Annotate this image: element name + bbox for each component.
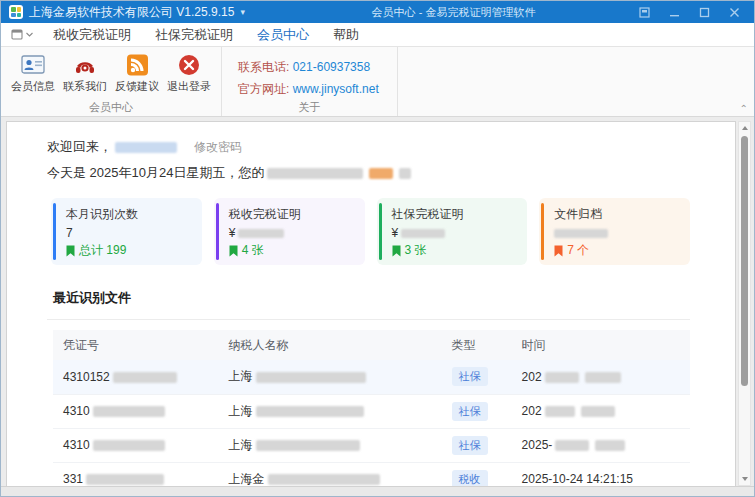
time-redacted	[555, 440, 589, 451]
type-badge: 社保	[452, 367, 488, 386]
menu-item-tax-certificate[interactable]: 税收完税证明	[41, 24, 143, 46]
menu-item-social-certificate[interactable]: 社保完税证明	[143, 24, 245, 46]
title-dropdown-icon[interactable]: ▾	[240, 7, 245, 17]
menu-item-help[interactable]: 帮助	[321, 24, 371, 46]
bookmark-icon	[554, 245, 563, 257]
menu-bar: 税收完税证明 社保完税证明 会员中心 帮助	[1, 23, 754, 47]
member-info-button[interactable]: 会员信息	[7, 51, 59, 94]
recent-files-table: 凭证号 纳税人名称 类型 时间 4310152 上海 社保 202 4310	[53, 330, 690, 486]
welcome-greeting: 欢迎回来，	[47, 138, 112, 156]
table-row[interactable]: 4310 上海 社保 202	[53, 394, 690, 428]
type-badge: 社保	[452, 402, 488, 421]
app-logo-icon	[9, 5, 23, 19]
column-header-taxpayer: 纳税人名称	[219, 330, 442, 360]
ribbon-collapse-icon[interactable]: ⌃	[740, 103, 748, 114]
account-info-redacted	[267, 168, 363, 179]
contact-us-button[interactable]: 联系我们	[59, 51, 111, 94]
currency-prefix: ¥	[392, 226, 399, 240]
card-social-certificates: 社保完税证明 ¥ 3 张	[377, 198, 528, 265]
feedback-button[interactable]: 反馈建议	[111, 51, 163, 94]
logout-button[interactable]: 退出登录	[163, 51, 215, 94]
ribbon-group-label-about: 关于	[222, 100, 397, 116]
scrollbar-thumb[interactable]	[741, 136, 748, 386]
account-highlight-redacted	[369, 168, 393, 179]
voucher-redacted	[86, 474, 164, 485]
ribbon-group-member-center: 会员信息 联系我们	[1, 47, 222, 116]
change-password-link[interactable]: 修改密码	[194, 139, 242, 156]
voucher-redacted	[113, 372, 177, 383]
archive-info-redacted	[554, 229, 608, 238]
card-monthly-recognitions: 本月识别次数 7 总计 199	[51, 198, 202, 265]
column-header-voucher: 凭证号	[53, 330, 219, 360]
logout-icon	[176, 53, 202, 77]
table-row[interactable]: 4310152 上海 社保 202	[53, 360, 690, 394]
ribbon-group-about: 联系电话: 021-60937358 官方网址: www.jinysoft.ne…	[222, 47, 398, 116]
bookmark-icon	[66, 245, 75, 257]
menu-item-member-center[interactable]: 会员中心	[245, 24, 321, 46]
card-archived-files: 文件归档 7 个	[539, 198, 690, 265]
account-tail-redacted	[399, 168, 411, 179]
phone-value: 021-60937358	[293, 60, 370, 74]
close-button[interactable]	[720, 2, 748, 22]
column-header-time: 时间	[512, 330, 690, 360]
type-badge: 社保	[452, 436, 488, 455]
window-title: 会员中心 - 金易完税证明管理软件	[309, 5, 598, 20]
time-redacted	[595, 440, 625, 451]
time-redacted	[545, 406, 575, 417]
app-menu-button[interactable]	[9, 29, 41, 41]
rss-feedback-icon	[124, 53, 150, 77]
scroll-down-arrow-icon[interactable]	[739, 473, 750, 485]
member-card-icon	[20, 53, 46, 77]
date-line: 今天是 2025年10月24日星期五，您的	[47, 164, 264, 182]
tax-amount-redacted	[238, 229, 284, 238]
stat-cards: 本月识别次数 7 总计 199 税收完税证明 ¥ 4 张	[51, 198, 690, 265]
bookmark-icon	[229, 245, 238, 257]
time-redacted	[585, 372, 621, 383]
minimize-button[interactable]	[660, 2, 688, 22]
website-link[interactable]: www.jinysoft.net	[293, 82, 379, 96]
name-redacted	[256, 372, 366, 383]
social-amount-redacted	[401, 229, 445, 238]
name-redacted	[268, 474, 380, 485]
phone-label: 联系电话:	[238, 60, 289, 74]
app-window: 上海金易软件技术有限公司 V1.25.9.15 ▾ 会员中心 - 金易完税证明管…	[0, 0, 755, 497]
maximize-button[interactable]	[690, 2, 718, 22]
column-header-type: 类型	[442, 330, 512, 360]
ribbon: 会员信息 联系我们	[1, 47, 754, 117]
username-redacted	[115, 142, 177, 153]
content-area: 欢迎回来， 修改密码 今天是 2025年10月24日星期五，您的 本月识别次数 …	[1, 117, 754, 486]
title-bar: 上海金易软件技术有限公司 V1.25.9.15 ▾ 会员中心 - 金易完税证明管…	[1, 1, 754, 23]
recent-files-title: 最近识别文件	[53, 289, 735, 307]
table-row[interactable]: 4310 上海 社保 2025-	[53, 428, 690, 462]
monthly-count: 7	[66, 226, 192, 240]
voucher-redacted	[93, 406, 165, 417]
skin-style-icon[interactable]	[630, 2, 658, 22]
type-badge: 税收	[452, 470, 488, 487]
member-center-panel: 欢迎回来， 修改密码 今天是 2025年10月24日星期五，您的 本月识别次数 …	[6, 121, 736, 486]
app-title: 上海金易软件技术有限公司 V1.25.9.15	[29, 4, 234, 21]
bookmark-icon	[392, 245, 401, 257]
vertical-scrollbar[interactable]	[738, 121, 751, 486]
name-redacted	[256, 406, 364, 417]
name-redacted	[256, 440, 360, 451]
voucher-redacted	[93, 440, 165, 451]
divider	[47, 319, 690, 320]
scroll-up-arrow-icon[interactable]	[739, 122, 750, 134]
ribbon-group-label-member: 会员中心	[1, 100, 221, 116]
time-redacted	[545, 372, 579, 383]
table-row[interactable]: 331 上海金 税收 2025-10-24 14:21:15	[53, 462, 690, 486]
card-tax-certificates: 税收完税证明 ¥ 4 张	[214, 198, 365, 265]
currency-prefix: ¥	[229, 226, 236, 240]
status-bar	[1, 486, 754, 496]
phone-icon	[72, 53, 98, 77]
time-redacted	[581, 406, 615, 417]
website-label: 官方网址:	[238, 82, 289, 96]
